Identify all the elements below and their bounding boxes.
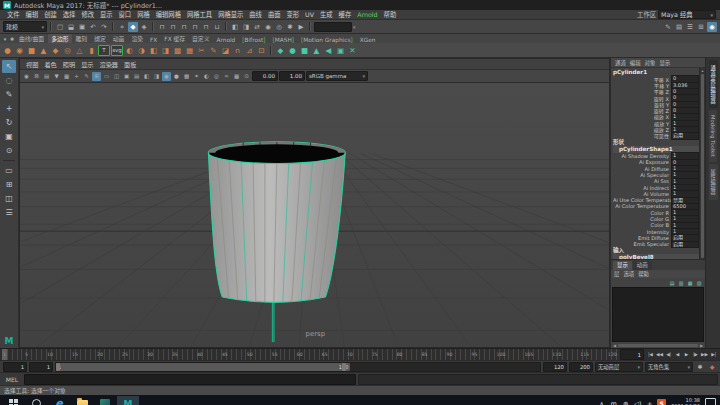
panel-menu-shading[interactable]: 着色 xyxy=(42,60,58,69)
ime-icon[interactable]: S xyxy=(657,399,666,405)
menu-item[interactable]: 创建 xyxy=(41,10,60,19)
layer-new-from-selected-icon[interactable]: ▦ xyxy=(686,279,694,287)
remesh-icon[interactable]: ▲ xyxy=(311,45,322,56)
scroll-left-icon[interactable]: ◀ xyxy=(612,343,617,348)
taskbar-clock[interactable]: 10:38 2021/10/26 xyxy=(669,398,702,405)
channel-value-field[interactable]: 启用 xyxy=(671,241,699,248)
script-editor-icon[interactable]: ☰ xyxy=(685,22,695,32)
command-language-label[interactable]: MEL xyxy=(2,376,22,383)
separate-icon[interactable]: ◨ xyxy=(160,45,171,56)
open-scene-icon[interactable]: ⬓ xyxy=(66,22,76,32)
menu-item[interactable]: 文件 xyxy=(4,10,23,19)
menu-item[interactable]: 变形 xyxy=(284,10,303,19)
selection-mask-input[interactable] xyxy=(314,22,352,32)
menu-item[interactable]: 修改 xyxy=(78,10,97,19)
channel-menu-show[interactable]: 显示 xyxy=(659,59,670,67)
notification-center-icon[interactable] xyxy=(705,398,716,405)
scroll-right-icon[interactable]: ▶ xyxy=(699,343,704,348)
bevel-icon[interactable]: ◪ xyxy=(220,45,231,56)
menu-item[interactable]: 生成 xyxy=(317,10,336,19)
exposure-field[interactable]: 0.00 xyxy=(252,71,278,81)
layer-tab-display[interactable]: 显示 xyxy=(613,261,632,270)
snap-to-view-planes-icon[interactable]: ⊓ xyxy=(201,22,211,32)
reduce-icon[interactable]: ■ xyxy=(299,45,310,56)
make-object-live-icon[interactable]: ⊔ xyxy=(212,22,222,32)
step-back-key-button[interactable]: ◀| xyxy=(664,350,673,359)
polygon-plane-icon[interactable]: ◆ xyxy=(50,45,61,56)
shelf-tab-fx[interactable]: FX xyxy=(147,37,160,43)
taskbar-maya-button[interactable]: M xyxy=(117,396,139,405)
layer-new-icon[interactable]: ▤ xyxy=(668,279,676,287)
new-scene-icon[interactable]: □ xyxy=(55,22,65,32)
transfer-attributes-icon[interactable]: ▣ xyxy=(335,45,346,56)
polygon-smooth-sphere-icon[interactable]: ◉ xyxy=(14,45,25,56)
shelf-tab-curves-surfaces[interactable]: 曲线/曲面 xyxy=(16,34,47,43)
ipr-render-icon[interactable]: ◎ xyxy=(274,22,284,32)
multi-cut-icon[interactable]: ✂ xyxy=(196,45,207,56)
output-connections-icon[interactable]: ◨ xyxy=(241,22,251,32)
combine-icon[interactable]: ◧ xyxy=(148,45,159,56)
anim-layer-dropdown[interactable]: 无动画层▾ xyxy=(595,362,643,372)
shelf-menu-icon[interactable]: ▾ xyxy=(2,35,8,43)
step-forward-key-button[interactable]: |▶ xyxy=(691,350,700,359)
animation-end-field[interactable]: 200 xyxy=(569,362,593,372)
shelf-tab-rigging[interactable]: 绑定 xyxy=(91,34,109,43)
menu-item[interactable]: 窗口 xyxy=(116,10,135,19)
film-gate-icon[interactable]: ▭ xyxy=(102,72,111,81)
step-back-frame-button[interactable]: ◀◀ xyxy=(655,350,664,359)
menu-set-dropdown[interactable]: 建模▾ xyxy=(3,21,47,32)
safe-action-icon[interactable]: ◧ xyxy=(142,72,151,81)
polygon-cylinder-icon[interactable]: ▮ xyxy=(86,45,97,56)
polygon-cone-icon[interactable]: ▲ xyxy=(38,45,49,56)
svg-tool-icon[interactable]: svg xyxy=(111,45,123,56)
select-object-icon[interactable]: ◆ xyxy=(128,22,138,32)
start-button[interactable] xyxy=(2,396,24,405)
channel-value-field[interactable]: 启用 xyxy=(671,132,699,139)
layer-move-icon[interactable]: ▧ xyxy=(695,279,703,287)
side-tab-channel-box[interactable]: 通道盒/层编辑器 xyxy=(709,60,718,108)
shelf-tab-polygons[interactable]: 多边形 xyxy=(48,34,71,43)
shelf-tab-sculpting[interactable]: 雕刻 xyxy=(73,34,91,43)
select-component-icon[interactable]: ◈ xyxy=(139,22,149,32)
render-settings-icon[interactable]: ✱ xyxy=(285,22,295,32)
panel-menu-view[interactable]: 视图 xyxy=(24,60,40,69)
shadows-icon[interactable]: ◐ xyxy=(202,72,211,81)
motion-blur-icon[interactable]: ≈ xyxy=(222,72,231,81)
channel-menu-channels[interactable]: 通道 xyxy=(615,59,626,67)
cleanup-icon[interactable]: ✕ xyxy=(347,45,358,56)
layer-tab-anim[interactable]: 动画 xyxy=(633,261,652,270)
tray-expand-icon[interactable]: ∧ xyxy=(597,400,606,405)
range-slider-range[interactable]: 1 120 xyxy=(56,363,350,371)
range-end-handle[interactable] xyxy=(342,363,346,371)
four-pane-layout-button[interactable]: ⊞ xyxy=(2,178,16,191)
play-backwards-button[interactable]: ◀ xyxy=(673,350,682,359)
menu-item[interactable]: 曲面 xyxy=(265,10,284,19)
input-cursor-icon[interactable]: + xyxy=(645,400,654,405)
gate-mask-icon[interactable]: ▣ xyxy=(122,72,131,81)
shelf-tab-bifrost[interactable]: Bifrost xyxy=(239,37,268,43)
image-plane-icon[interactable]: ▦ xyxy=(62,72,71,81)
use-all-lights-icon[interactable]: ✶ xyxy=(192,72,201,81)
taskbar-photos-button[interactable] xyxy=(94,396,116,405)
append-polygon-icon[interactable]: ▦ xyxy=(184,45,195,56)
snap-to-projected-center-icon[interactable]: ⊓ xyxy=(190,22,200,32)
current-frame-field[interactable]: 1 xyxy=(620,349,644,360)
command-input[interactable] xyxy=(24,374,356,385)
menu-item[interactable]: 显示 xyxy=(97,10,116,19)
layer-list[interactable] xyxy=(612,287,704,342)
view-transform-dropdown[interactable]: sRGB gamma▾ xyxy=(306,71,368,81)
snap-to-grids-icon[interactable]: ⊓ xyxy=(157,22,167,32)
taskbar-explorer-button[interactable] xyxy=(71,396,93,405)
single-pane-layout-button[interactable]: ▭ xyxy=(2,164,16,177)
animation-start-field[interactable]: 1 xyxy=(3,362,27,372)
snap-to-curves-icon[interactable]: ⊓ xyxy=(168,22,178,32)
lock-camera-icon[interactable]: ⊠ xyxy=(32,72,41,81)
2d-pan-zoom-icon[interactable]: + xyxy=(72,72,81,81)
channel-menu-object[interactable]: 对象 xyxy=(645,59,656,67)
shaded-display-icon[interactable]: ● xyxy=(172,72,181,81)
character-set-dropdown[interactable]: 无角色集▾ xyxy=(645,362,693,372)
menu-item-arnold[interactable]: Arnold xyxy=(354,11,380,18)
taskbar-edge-button[interactable]: e xyxy=(48,396,70,405)
polygon-torus-icon[interactable]: ◎ xyxy=(62,45,73,56)
highlight-selection-icon[interactable]: ✎ xyxy=(663,22,673,32)
